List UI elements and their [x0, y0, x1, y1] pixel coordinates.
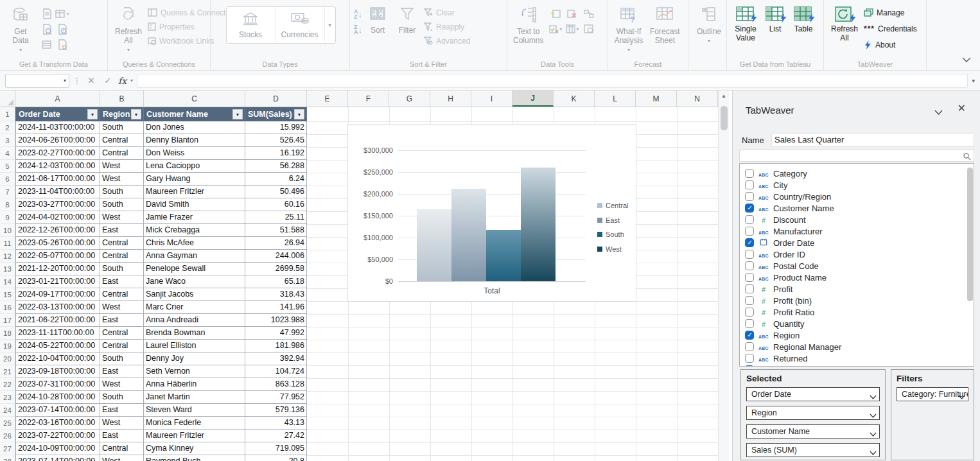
cell[interactable]: Gary Hwang: [144, 173, 245, 186]
row-number[interactable]: 22: [0, 378, 15, 391]
advanced-filter-button[interactable]: Advanced: [424, 35, 470, 47]
cell[interactable]: East: [100, 430, 144, 442]
cell[interactable]: West: [100, 417, 144, 430]
field-item-returned[interactable]: ABCReturned: [745, 352, 957, 364]
cell[interactable]: 2022-03-16T00:00:00: [15, 417, 100, 430]
data-validation-icon[interactable]: ▾: [548, 22, 563, 36]
row-number[interactable]: 9: [0, 211, 15, 224]
cell[interactable]: 43.13: [245, 417, 307, 430]
cell[interactable]: 2022-12-26T00:00:00: [15, 224, 100, 237]
column-header-B[interactable]: B: [100, 91, 144, 107]
cell[interactable]: South: [100, 352, 144, 365]
row-number[interactable]: 21: [0, 365, 15, 378]
column-header-F[interactable]: F: [348, 91, 389, 107]
cell[interactable]: Sanjit Jacobs: [144, 288, 245, 301]
cell[interactable]: 244.006: [245, 250, 307, 263]
cell[interactable]: 2024-05-22T00:00:00: [15, 340, 100, 352]
filter-dropdown-button[interactable]: ▼: [87, 109, 98, 119]
cell[interactable]: Seth Vernon: [144, 365, 245, 378]
cell[interactable]: Cyma Kinney: [144, 442, 245, 455]
formula-input[interactable]: [137, 74, 968, 88]
row-number[interactable]: 28: [0, 455, 15, 461]
cell[interactable]: Anna Häberlin: [144, 378, 245, 391]
checkbox[interactable]: [745, 250, 754, 259]
manage-data-model-icon[interactable]: [581, 22, 597, 36]
cancel-button[interactable]: ✕: [85, 76, 98, 85]
checkbox[interactable]: [745, 296, 754, 305]
field-item-region[interactable]: ABCRegion: [745, 329, 957, 341]
checkbox[interactable]: [745, 284, 754, 293]
cell[interactable]: Brenda Bowman: [144, 327, 245, 340]
cell[interactable]: Central: [100, 340, 144, 352]
cell[interactable]: Denny Joy: [144, 352, 245, 365]
checkbox[interactable]: [745, 192, 754, 201]
cell[interactable]: 2699.58: [245, 263, 307, 275]
cell[interactable]: 181.986: [245, 340, 307, 352]
credentials-button[interactable]: ***Credentials: [864, 22, 917, 35]
cell[interactable]: 27.42: [245, 430, 307, 442]
sort-button[interactable]: ZAAZ Sort: [365, 4, 390, 38]
cell[interactable]: 2023-07-22T00:00:00: [15, 430, 100, 442]
cell[interactable]: East: [100, 275, 144, 288]
row-number[interactable]: 3: [0, 134, 15, 147]
cell[interactable]: 2022-03-13T00:00:00: [15, 301, 100, 314]
reapply-button[interactable]: Reapply: [424, 21, 470, 33]
row-number[interactable]: 26: [0, 430, 15, 442]
cell[interactable]: 2023-09-18T00:00:00: [15, 365, 100, 378]
cell[interactable]: Denny Blanton: [144, 134, 245, 147]
cell[interactable]: 2024-10-28T00:00:00: [15, 391, 100, 404]
cell[interactable]: Central: [100, 134, 144, 147]
text-to-columns-button[interactable]: Text to Columns: [511, 4, 545, 48]
cell[interactable]: 104.724: [245, 365, 307, 378]
chart[interactable]: $0$50,000$100,000$150,000$200,000$250,00…: [347, 124, 636, 302]
group-icon[interactable]: [581, 6, 597, 21]
column-header-H[interactable]: H: [430, 91, 471, 107]
get-data-button[interactable]: Get Data ▾: [4, 4, 37, 55]
cell[interactable]: 47.992: [245, 327, 307, 340]
cell[interactable]: 392.94: [245, 352, 307, 365]
cell[interactable]: 2023-07-14T00:00:00: [15, 455, 100, 461]
from-web-icon[interactable]: [40, 22, 54, 36]
name-input[interactable]: [771, 133, 974, 146]
cell[interactable]: Central: [100, 327, 144, 340]
cell[interactable]: East: [100, 314, 144, 327]
formula-bar-expand-icon[interactable]: ▾: [972, 78, 975, 84]
cell[interactable]: Steven Ward: [144, 404, 245, 417]
cell[interactable]: 2023-07-14T00:00:00: [15, 404, 100, 417]
cell[interactable]: 65.18: [245, 275, 307, 288]
column-header-L[interactable]: L: [595, 91, 636, 107]
row-number[interactable]: 20: [0, 352, 15, 365]
filter-dropdown-button[interactable]: ▼: [232, 109, 243, 119]
recent-sources-icon[interactable]: [55, 22, 69, 36]
cell[interactable]: David Smith: [144, 198, 245, 211]
cell[interactable]: Anna Andreadi: [144, 314, 245, 327]
checkbox[interactable]: [745, 319, 754, 328]
cell[interactable]: East: [100, 404, 144, 417]
consolidate-icon[interactable]: ▾: [564, 22, 580, 36]
cell[interactable]: Laurel Elliston: [144, 340, 245, 352]
cell[interactable]: 2023-05-26T00:00:00: [15, 237, 100, 250]
single-value-button[interactable]: Single Value: [731, 4, 760, 46]
search-input[interactable]: [739, 150, 974, 162]
field-item-regional-manager[interactable]: ABCRegional Manager: [745, 341, 957, 352]
cell[interactable]: 2024-12-03T00:00:00: [15, 160, 100, 173]
cell[interactable]: South: [100, 186, 144, 198]
cell[interactable]: 863.128: [245, 378, 307, 391]
cell[interactable]: Jamie Frazer: [144, 211, 245, 224]
cell[interactable]: West: [100, 173, 144, 186]
sheet-vertical-scrollbar[interactable]: ▲: [718, 91, 729, 461]
selected-field-sales-sum-[interactable]: Sales (SUM): [746, 443, 880, 457]
field-list-scrollbar-thumb[interactable]: [967, 168, 973, 301]
cell[interactable]: 20.8: [245, 455, 307, 461]
tabweaver-refresh-all-button[interactable]: Refresh All: [828, 4, 861, 46]
cell[interactable]: 16.192: [245, 147, 307, 160]
insert-function-button[interactable]: fx: [118, 76, 127, 86]
field-item-profit-ratio[interactable]: #Profit Ratio: [745, 306, 957, 318]
cell[interactable]: 2021-06-22T00:00:00: [15, 314, 100, 327]
checkbox[interactable]: [745, 169, 754, 178]
cell[interactable]: 15.992: [245, 121, 307, 134]
table-button[interactable]: Table: [790, 4, 817, 37]
cell[interactable]: Chris McAfee: [144, 237, 245, 250]
row-number[interactable]: 6: [0, 173, 15, 186]
cell[interactable]: West: [100, 301, 144, 314]
